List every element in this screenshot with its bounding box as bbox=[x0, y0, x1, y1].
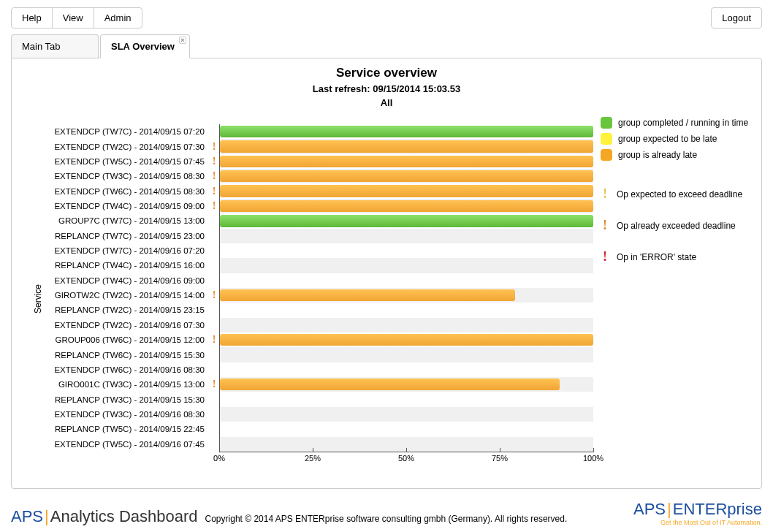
warning-icon: ! bbox=[209, 334, 219, 346]
bar-zone bbox=[219, 407, 593, 422]
row-label: GIROTW2C (TW2C) - 2014/09/15 14:00 bbox=[48, 291, 209, 300]
help-button[interactable]: Help bbox=[11, 7, 53, 28]
legend-label: group completed / running in time bbox=[618, 118, 748, 128]
bar[interactable] bbox=[220, 126, 593, 137]
footer-brand-left: APS|Analytics Dashboard bbox=[11, 507, 198, 526]
bar[interactable] bbox=[220, 334, 593, 346]
table-row[interactable]: EXTENDCP (TW7C) - 2014/09/15 07:20 bbox=[48, 124, 593, 139]
row-label: EXTENDCP (TW7C) - 2014/09/16 07:20 bbox=[48, 246, 209, 255]
table-row[interactable]: EXTENDCP (TW2C) - 2014/09/15 07:30! bbox=[48, 139, 593, 153]
x-tick: 100% bbox=[583, 449, 603, 458]
tab-strip: Main TabSLA Overview× bbox=[0, 34, 773, 58]
bar-zone bbox=[219, 243, 593, 258]
table-row[interactable]: EXTENDCP (TW5C) - 2014/09/15 07:45! bbox=[48, 154, 593, 169]
bar[interactable] bbox=[220, 379, 560, 390]
bar-zone bbox=[219, 139, 593, 153]
close-icon[interactable]: × bbox=[179, 37, 186, 44]
table-row[interactable]: EXTENDCP (TW4C) - 2014/09/15 09:00! bbox=[48, 199, 593, 213]
bar-zone bbox=[219, 199, 593, 213]
bar-zone bbox=[219, 213, 593, 228]
legend-label: Op expected to exceed deadline bbox=[617, 189, 742, 200]
row-label: REPLANCP (TW2C) - 2014/09/15 23:15 bbox=[48, 305, 209, 314]
chart-filter: All bbox=[12, 97, 761, 108]
table-row[interactable]: REPLANCP (TW6C) - 2014/09/15 15:30 bbox=[48, 347, 593, 362]
row-label: EXTENDCP (TW6C) - 2014/09/16 08:30 bbox=[48, 365, 209, 374]
bar-zone bbox=[219, 124, 593, 139]
table-row[interactable]: EXTENDCP (TW3C) - 2014/09/15 08:30! bbox=[48, 169, 593, 183]
bar-zone bbox=[219, 392, 593, 406]
warning-icon: ! bbox=[209, 379, 219, 390]
table-row[interactable]: EXTENDCP (TW4C) - 2014/09/16 09:00 bbox=[48, 273, 593, 288]
logout-button[interactable]: Logout bbox=[711, 7, 762, 28]
row-label: EXTENDCP (TW2C) - 2014/09/15 07:30 bbox=[48, 142, 209, 151]
bar[interactable] bbox=[220, 156, 593, 167]
legend-item: group expected to be late bbox=[601, 133, 750, 145]
table-row[interactable]: EXTENDCP (TW6C) - 2014/09/15 08:30! bbox=[48, 183, 593, 198]
chart-title: Service overview bbox=[12, 66, 761, 80]
bar-zone bbox=[219, 318, 593, 332]
warning-icon: ! bbox=[601, 218, 609, 233]
row-label: EXTENDCP (TW5C) - 2014/09/15 07:45 bbox=[48, 157, 209, 166]
legend-bars: group completed / running in timegroup e… bbox=[601, 117, 750, 165]
x-tick: 25% bbox=[305, 449, 321, 458]
row-label: EXTENDCP (TW3C) - 2014/09/16 08:30 bbox=[48, 410, 209, 419]
tab-main-tab[interactable]: Main Tab bbox=[11, 34, 99, 58]
x-tick: 50% bbox=[398, 449, 414, 458]
table-row[interactable]: EXTENDCP (TW2C) - 2014/09/16 07:30 bbox=[48, 318, 593, 332]
footer-tagline: Get the Most Out of IT Automation. bbox=[633, 519, 762, 526]
table-row[interactable]: REPLANCP (TW5C) - 2014/09/15 22:45 bbox=[48, 422, 593, 436]
legend-marks: !Op expected to exceed deadline!Op alrea… bbox=[601, 186, 750, 281]
view-button[interactable]: View bbox=[52, 7, 94, 28]
table-row[interactable]: GROUP006 (TW6C) - 2014/09/15 12:00! bbox=[48, 332, 593, 347]
chart-rows: EXTENDCP (TW7C) - 2014/09/15 07:20EXTEND… bbox=[48, 124, 593, 452]
bar[interactable] bbox=[220, 215, 593, 227]
bar-zone bbox=[219, 288, 593, 303]
legend-item: !Op in 'ERROR' state bbox=[601, 249, 750, 265]
bar[interactable] bbox=[220, 200, 593, 212]
table-row[interactable]: EXTENDCP (TW7C) - 2014/09/16 07:20 bbox=[48, 243, 593, 258]
sla-overview-panel: Service overview Last refresh: 09/15/201… bbox=[11, 58, 762, 489]
legend-label: Op already exceeded deadline bbox=[617, 221, 736, 231]
row-label: EXTENDCP (TW4C) - 2014/09/15 09:00 bbox=[48, 202, 209, 210]
table-row[interactable]: REPLANCP (TW4C) - 2014/09/15 16:00 bbox=[48, 258, 593, 273]
bar[interactable] bbox=[220, 140, 593, 152]
footer: APS|Analytics Dashboard Copyright © 2014… bbox=[11, 500, 762, 526]
bar-zone bbox=[219, 303, 593, 317]
warning-icon: ! bbox=[209, 156, 219, 167]
table-row[interactable]: GIRO001C (TW3C) - 2014/09/15 13:00! bbox=[48, 377, 593, 392]
legend-label: group expected to be late bbox=[618, 134, 717, 144]
bar-zone bbox=[219, 229, 593, 243]
table-row[interactable]: GIROTW2C (TW2C) - 2014/09/15 14:00! bbox=[48, 288, 593, 303]
warning-icon: ! bbox=[209, 186, 219, 197]
warning-icon: ! bbox=[209, 141, 219, 153]
tab-sla-overview[interactable]: SLA Overview× bbox=[100, 34, 190, 58]
warning-icon: ! bbox=[601, 249, 609, 265]
bar[interactable] bbox=[220, 185, 593, 197]
table-row[interactable]: EXTENDCP (TW3C) - 2014/09/16 08:30 bbox=[48, 407, 593, 422]
row-label: EXTENDCP (TW4C) - 2014/09/16 09:00 bbox=[48, 276, 209, 285]
warning-icon: ! bbox=[209, 289, 219, 301]
legend-item: group completed / running in time bbox=[601, 117, 750, 129]
row-label: REPLANCP (TW5C) - 2014/09/15 22:45 bbox=[48, 425, 209, 433]
bar-zone bbox=[219, 362, 593, 377]
x-tick: 0% bbox=[213, 449, 225, 458]
table-row[interactable]: REPLANCP (TW3C) - 2014/09/15 15:30 bbox=[48, 392, 593, 406]
swatch-icon bbox=[601, 149, 612, 161]
table-row[interactable]: GROUP7C (TW7C) - 2014/09/15 13:00 bbox=[48, 213, 593, 228]
main-menu: Help View Admin bbox=[11, 7, 142, 28]
row-label: EXTENDCP (TW6C) - 2014/09/15 08:30 bbox=[48, 187, 209, 196]
legend-item: !Op expected to exceed deadline bbox=[601, 186, 750, 202]
bar-zone bbox=[219, 332, 593, 347]
bar[interactable] bbox=[220, 170, 593, 182]
row-label: GIRO001C (TW3C) - 2014/09/15 13:00 bbox=[48, 380, 209, 389]
admin-button[interactable]: Admin bbox=[94, 7, 142, 28]
footer-brand-right: APS|ENTERprise bbox=[633, 500, 762, 519]
chart-area: Service EXTENDCP (TW7C) - 2014/09/15 07:… bbox=[26, 124, 593, 474]
legend-label: group is already late bbox=[618, 150, 697, 160]
bar[interactable] bbox=[220, 289, 515, 301]
table-row[interactable]: REPLANCP (TW7C) - 2014/09/15 23:00 bbox=[48, 229, 593, 243]
row-label: EXTENDCP (TW2C) - 2014/09/16 07:30 bbox=[48, 321, 209, 330]
table-row[interactable]: REPLANCP (TW2C) - 2014/09/15 23:15 bbox=[48, 303, 593, 317]
table-row[interactable]: EXTENDCP (TW6C) - 2014/09/16 08:30 bbox=[48, 362, 593, 377]
row-label: REPLANCP (TW7C) - 2014/09/15 23:00 bbox=[48, 232, 209, 240]
